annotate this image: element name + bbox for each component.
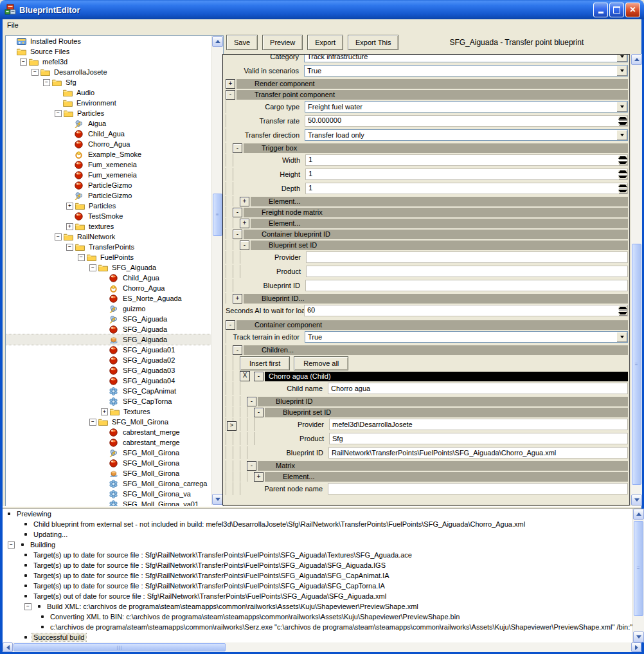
tree-expander-icon[interactable]: − — [89, 264, 96, 271]
tree-item-cabrestant-merge[interactable]: cabrestant_merge — [6, 437, 211, 448]
log-line[interactable]: c:\archivos de programa\steam\steamapps\… — [3, 622, 632, 632]
dropdown-arrow-icon[interactable] — [616, 332, 627, 342]
scroll-down-icon[interactable] — [631, 495, 642, 505]
collapse-icon[interactable]: - — [226, 320, 235, 330]
export-button[interactable]: Export — [307, 35, 343, 50]
tree-item-sfg[interactable]: −Sfg — [6, 77, 211, 87]
tree-item-sfg-aiguada[interactable]: SFG_Aiguada — [6, 314, 211, 324]
tree-item-sfg-moll-girona-va[interactable]: SFG_Moll_Girona_va — [6, 489, 211, 499]
log-line[interactable]: Updating... — [3, 529, 632, 540]
spin-up-icon[interactable] — [618, 183, 627, 188]
transfer-rate-spinner[interactable]: 50.000000 — [305, 115, 628, 127]
tree-expander-icon[interactable]: − — [89, 419, 96, 426]
blueprint-id-field[interactable] — [305, 280, 628, 291]
tree-item-sfg-moll-girona-carrega[interactable]: SFG_Moll_Girona_carrega — [6, 478, 211, 489]
spin-down-icon[interactable] — [618, 311, 627, 316]
tree-expander-icon[interactable]: − — [43, 79, 50, 86]
dropdown-arrow-icon[interactable] — [616, 102, 627, 112]
tree-item-sfg-moll-girona[interactable]: SFG_Moll_Girona — [6, 468, 211, 478]
cargo-type-dropdown[interactable]: Freight fuel water — [305, 101, 628, 113]
save-button[interactable]: Save — [226, 35, 258, 50]
tree-item-sfg-capanimat[interactable]: SFG_CapAnimat — [6, 386, 211, 396]
tree-item-environment[interactable]: Environment — [6, 98, 211, 108]
tree-item-testsmoke[interactable]: TestSmoke — [6, 211, 211, 221]
tree-item-audio[interactable]: Audio — [6, 87, 211, 98]
expand-icon[interactable]: + — [254, 472, 264, 482]
log-line[interactable]: Target(s) up to date for source file : S… — [3, 581, 632, 591]
tree-item-cabrestant-merge[interactable]: cabrestant_merge — [6, 427, 211, 437]
category-dropdown[interactable]: Track infrastructure — [304, 54, 628, 62]
blueprint-id-field[interactable]: RailNetwork\TransferPoints\FuelPoints\SF… — [328, 447, 628, 459]
selected-child-bar[interactable]: Chorro agua (Child) — [265, 372, 628, 381]
maximize-button[interactable] — [609, 3, 624, 17]
scroll-right-icon[interactable] — [631, 642, 641, 652]
spin-down-icon[interactable] — [618, 121, 627, 126]
width-spinner[interactable]: 1 — [305, 154, 628, 166]
tree-item-sfg-aiguada03[interactable]: SFG_Aiguada03 — [6, 365, 211, 376]
tree-item-sfg-moll-girona[interactable]: SFG_Moll_Girona — [6, 458, 211, 468]
track-terrain-in-editor-dropdown[interactable]: True — [305, 331, 628, 343]
log-line[interactable]: −Building — [3, 540, 632, 550]
collapse-icon[interactable]: - — [254, 408, 264, 417]
tree-item-particles[interactable]: +Particles — [6, 201, 211, 211]
expand-icon[interactable]: + — [233, 294, 242, 304]
collapse-icon[interactable]: - — [254, 372, 264, 381]
section-header-bar[interactable]: Blueprint set ID — [251, 241, 628, 250]
log-line[interactable]: −Build XML: c:\archivos de programa\stea… — [3, 601, 632, 612]
tree-item-sfg-moll-girona[interactable]: SFG_Moll_Girona — [6, 448, 211, 458]
tree-scrollbar-thumb[interactable]: ≡ — [213, 194, 222, 236]
tree-expander-icon[interactable]: − — [66, 244, 73, 251]
section-header-bar[interactable]: Blueprint set ID — [265, 408, 628, 417]
seconds-ai-to-wait-for-loading-spinner[interactable]: 60 — [304, 305, 628, 316]
provider-field[interactable]: mefel3d\DesarrollaJosete — [329, 419, 628, 430]
log-hscrollbar-thumb[interactable]: ||| — [13, 643, 226, 651]
collapse-icon[interactable]: - — [233, 208, 242, 217]
spin-up-icon[interactable] — [618, 305, 627, 311]
section-header-bar[interactable]: Blueprint ID — [258, 397, 628, 406]
dropdown-arrow-icon[interactable] — [616, 66, 627, 76]
section-header-bar[interactable]: Element... — [251, 219, 628, 228]
tree-expander-icon[interactable]: + — [66, 223, 73, 230]
tree-item-fum-xemeneia[interactable]: Fum_xemeneia — [6, 170, 211, 180]
section-header-bar[interactable]: Matrix — [258, 461, 628, 471]
collapse-icon[interactable]: - — [233, 143, 242, 153]
tree-item-example-smoke[interactable]: Example_Smoke — [6, 149, 211, 159]
product-field[interactable] — [306, 266, 628, 277]
collapse-icon[interactable]: - — [233, 345, 242, 355]
tree-item-child-agua[interactable]: Child_Agua — [6, 129, 211, 139]
scroll-down-icon[interactable] — [633, 631, 644, 642]
section-header-bar[interactable]: Element... — [251, 197, 628, 206]
minimize-button[interactable] — [593, 3, 608, 17]
tree-item-source-files[interactable]: Source Files — [6, 46, 211, 57]
child-name-field[interactable]: Chorro agua — [328, 383, 628, 394]
tree-item-sfg-aiguada[interactable]: −SFG_Aiguada — [6, 262, 211, 273]
section-header-bar[interactable]: Container blueprint ID — [244, 230, 628, 239]
child-row-expander[interactable]: > — [227, 421, 237, 431]
tree-item-mefel3d[interactable]: −mefel3d — [6, 57, 211, 67]
spin-up-icon[interactable] — [618, 155, 627, 160]
tree-item-sfg-aiguada[interactable]: SFG_Aiguada — [6, 324, 211, 334]
expand-icon[interactable]: + — [240, 197, 249, 206]
tree-item-sfg-aiguada[interactable]: SFG_Aiguada — [6, 334, 211, 345]
log-line[interactable]: Target(s) up to date for source file : S… — [3, 570, 632, 581]
tree-item-railnetwork[interactable]: −RailNetwork — [6, 232, 211, 242]
tree-expander-icon[interactable]: + — [66, 203, 73, 210]
scroll-up-icon[interactable] — [212, 36, 223, 47]
scroll-left-icon[interactable] — [3, 642, 13, 652]
tree-item-textures[interactable]: +textures — [6, 221, 211, 232]
section-header-bar[interactable]: Element... — [265, 472, 628, 482]
tree-expander-icon[interactable]: − — [55, 110, 62, 117]
tree-item-transferpoints[interactable]: −TransferPoints — [6, 242, 211, 252]
tree-item-sfg-aiguada04[interactable]: SFG_Aiguada04 — [6, 376, 211, 386]
log-line[interactable]: Target(s) up to date for source file : S… — [3, 560, 632, 570]
log-line[interactable]: Target(s) up to date for source file : S… — [3, 550, 632, 560]
tree-item-child-agua[interactable]: Child_Agua — [6, 273, 211, 283]
spin-up-icon[interactable] — [618, 116, 627, 121]
tree-expander-icon[interactable]: − — [20, 59, 27, 66]
menu-item-file[interactable]: File — [3, 21, 23, 30]
form-scrollbar-thumb[interactable]: ≡ — [632, 244, 641, 485]
section-header-bar[interactable]: Container component — [237, 320, 628, 330]
section-header-bar[interactable]: Children... — [244, 345, 628, 355]
tree-expander-icon[interactable]: − — [78, 254, 85, 261]
tree-vertical-scrollbar[interactable]: ≡ — [211, 36, 223, 505]
